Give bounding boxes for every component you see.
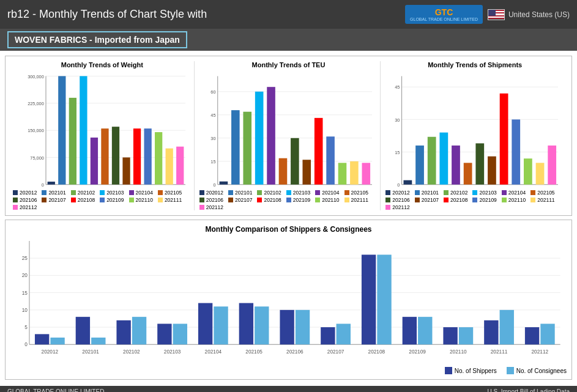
- legend-item: 202106: [385, 197, 409, 203]
- legend-item: 202105: [158, 190, 182, 196]
- legend-period: 202110: [136, 197, 153, 203]
- svg-rect-97: [173, 324, 187, 344]
- teu-chart-title: Monthly Trends of TEU: [252, 61, 326, 68]
- legend-color: [530, 190, 535, 195]
- legend-period: 202104: [136, 190, 153, 196]
- legend-item: 202107: [415, 197, 439, 203]
- svg-text:15: 15: [210, 159, 215, 165]
- svg-rect-100: [214, 306, 228, 344]
- consignees-legend-label: No. of Consignees: [516, 368, 567, 374]
- legend-period: 202103: [293, 190, 310, 196]
- legend-item: 202103: [100, 190, 124, 196]
- legend-color: [286, 190, 291, 195]
- shipments-legend: 202012 202101 202102 202103 202104 20210…: [385, 190, 564, 210]
- svg-text:30: 30: [210, 136, 215, 141]
- footer: GLOBAL TRADE ONLINE LIMITED U.S. Import …: [0, 386, 577, 392]
- legend-item: 202111: [344, 197, 368, 203]
- legend-item: 202102: [444, 190, 467, 196]
- svg-text:202012: 202012: [42, 349, 59, 355]
- shipments-chart-svg: 0153045: [385, 71, 564, 187]
- svg-text:202101: 202101: [82, 349, 99, 355]
- legend-item: 202111: [530, 197, 554, 203]
- legend-color: [530, 198, 535, 202]
- legend-period: 202110: [322, 197, 339, 203]
- legend-period: 202106: [392, 197, 409, 203]
- legend-item: 202108: [257, 197, 281, 203]
- svg-text:150,000: 150,000: [28, 128, 44, 133]
- svg-rect-44: [302, 160, 311, 185]
- country-flag-box: United States (US): [488, 9, 570, 20]
- top-charts-row: Monthly Trends of Weight 075,000150,0002…: [5, 56, 572, 216]
- consignees-legend-item: No. of Consignees: [507, 367, 567, 374]
- legend-color: [13, 198, 18, 202]
- svg-rect-99: [198, 303, 212, 345]
- legend-period: 202101: [235, 190, 252, 196]
- svg-rect-13: [58, 76, 65, 184]
- svg-rect-94: [132, 317, 146, 344]
- legend-period: 202012: [206, 190, 223, 196]
- legend-color: [385, 198, 390, 202]
- weight-chart-wrapper: 075,000150,000225,000300,000: [13, 71, 192, 187]
- svg-rect-18: [112, 127, 119, 185]
- svg-rect-16: [91, 138, 98, 185]
- svg-text:202111: 202111: [491, 349, 508, 355]
- svg-rect-47: [338, 163, 346, 184]
- svg-rect-64: [452, 146, 460, 185]
- svg-rect-105: [280, 310, 294, 344]
- svg-rect-68: [500, 94, 508, 185]
- svg-rect-117: [443, 327, 457, 344]
- legend-item: 202105: [530, 190, 554, 196]
- weight-legend: 202012 202101 202102 202103 202104 20210…: [13, 190, 192, 210]
- svg-rect-70: [524, 158, 532, 185]
- shipments-chart-title: Monthly Trends of Shipments: [428, 61, 522, 68]
- svg-text:202109: 202109: [409, 349, 426, 355]
- legend-color: [444, 198, 449, 202]
- legend-color: [71, 190, 76, 195]
- legend-period: 202108: [78, 197, 95, 203]
- svg-text:0: 0: [42, 182, 44, 187]
- bottom-legend: No. of Shippers No. of Consignees: [10, 367, 567, 374]
- svg-rect-114: [403, 317, 417, 344]
- svg-text:202112: 202112: [532, 349, 549, 355]
- svg-rect-112: [377, 254, 391, 344]
- legend-period: 202109: [293, 197, 310, 203]
- legend-item: 202102: [257, 190, 281, 196]
- svg-rect-41: [267, 87, 275, 185]
- legend-period: 202108: [264, 197, 281, 203]
- legend-period: 202112: [206, 204, 223, 210]
- legend-color: [257, 198, 262, 202]
- svg-rect-62: [428, 137, 436, 185]
- legend-color: [129, 190, 134, 195]
- legend-period: 202106: [206, 197, 223, 203]
- svg-rect-91: [91, 338, 105, 344]
- legend-period: 202112: [20, 204, 37, 210]
- svg-text:45: 45: [210, 113, 215, 118]
- legend-period: 202108: [450, 197, 467, 203]
- svg-rect-21: [144, 128, 151, 185]
- legend-item: 202109: [472, 197, 496, 203]
- subtitle-bar: WOVEN FABRICS - Imported from Japan: [0, 29, 577, 51]
- svg-rect-61: [415, 146, 424, 185]
- svg-rect-43: [291, 138, 299, 185]
- legend-item: 202110: [502, 197, 526, 203]
- legend-color: [100, 198, 105, 202]
- legend-period: 202105: [351, 190, 368, 196]
- legend-color: [228, 190, 233, 195]
- legend-period: 202107: [48, 197, 65, 203]
- legend-color: [315, 198, 320, 202]
- legend-color: [158, 198, 163, 202]
- legend-color: [315, 190, 320, 195]
- legend-color: [415, 198, 420, 202]
- legend-color: [100, 190, 105, 195]
- svg-text:60: 60: [210, 89, 215, 95]
- shippers-legend-dot: [445, 367, 452, 374]
- legend-color: [444, 190, 449, 195]
- svg-rect-14: [69, 98, 76, 185]
- svg-rect-96: [157, 324, 171, 344]
- legend-period: 202105: [165, 190, 182, 196]
- legend-period: 202109: [106, 197, 124, 203]
- legend-item: 202112: [199, 204, 223, 210]
- svg-rect-72: [548, 146, 557, 185]
- legend-period: 202101: [48, 190, 65, 196]
- legend-color: [13, 190, 18, 195]
